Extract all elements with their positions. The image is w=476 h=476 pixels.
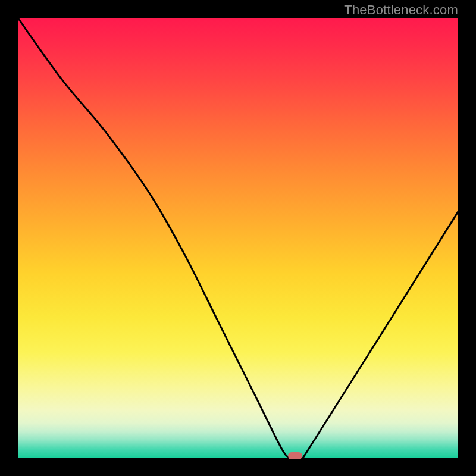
min-marker xyxy=(288,452,302,459)
curve-svg xyxy=(18,18,458,458)
plot-area xyxy=(18,18,458,458)
watermark-text: TheBottleneck.com xyxy=(344,2,458,18)
bottleneck-curve-path xyxy=(18,18,458,458)
chart-container: TheBottleneck.com xyxy=(0,0,476,476)
